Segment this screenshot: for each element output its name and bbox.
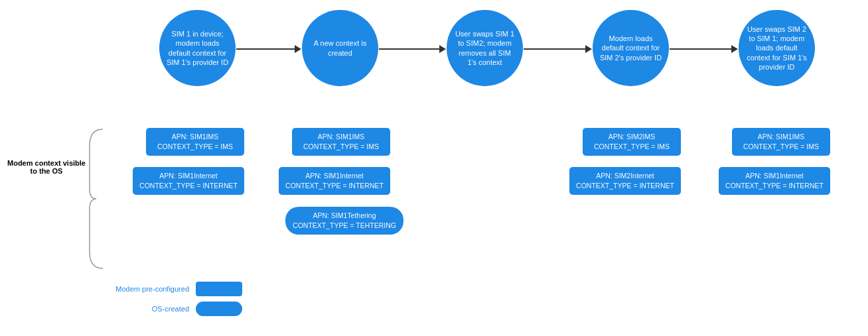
arrow-1 bbox=[236, 45, 301, 53]
ctx-sim1internet-2: APN: SIM1InternetCONTEXT_TYPE = INTERNET bbox=[279, 167, 390, 195]
circle-sim1-device: SIM 1 in device; modem loads default con… bbox=[159, 10, 236, 86]
legend-swatch-preconfigured bbox=[196, 282, 242, 296]
legend-swatch-os-created bbox=[196, 302, 242, 316]
legend-label-os-created: OS-created bbox=[103, 305, 189, 313]
curly-brace bbox=[86, 126, 106, 272]
legend-item-preconfigured: Modem pre-configured bbox=[103, 282, 242, 296]
legend: Modem pre-configured OS-created bbox=[103, 282, 242, 321]
brace-label: Modem context visible to the OS bbox=[3, 159, 90, 175]
ctx-sim1ims-3: APN: SIM1IMSCONTEXT_TYPE = IMS bbox=[732, 128, 830, 156]
ctx-sim1internet-1: APN: SIM1InternetCONTEXT_TYPE = INTERNET bbox=[133, 167, 244, 195]
ctx-sim1tethering: APN: SIM1TetheringCONTEXT_TYPE = TEHTERI… bbox=[285, 207, 403, 235]
ctx-sim1ims-2: APN: SIM1IMSCONTEXT_TYPE = IMS bbox=[292, 128, 390, 156]
circle-swap-sim2: User swaps SIM 1 to SIM2; modem removes … bbox=[447, 10, 523, 86]
ctx-sim2internet: APN: SIM2InternetCONTEXT_TYPE = INTERNET bbox=[569, 167, 681, 195]
arrow-2 bbox=[379, 45, 446, 53]
arrow-3 bbox=[524, 45, 592, 53]
legend-item-os-created: OS-created bbox=[103, 302, 242, 316]
diagram-container: SIM 1 in device; modem loads default con… bbox=[0, 0, 868, 336]
ctx-sim1internet-3: APN: SIM1InternetCONTEXT_TYPE = INTERNET bbox=[719, 167, 830, 195]
ctx-sim1ims-1: APN: SIM1IMSCONTEXT_TYPE = IMS bbox=[146, 128, 244, 156]
circle-new-context: A new context is created bbox=[302, 10, 378, 86]
circle-modem-loads-sim2: Modem loads default context for SIM 2's … bbox=[593, 10, 669, 86]
arrow-4 bbox=[670, 45, 738, 53]
legend-label-preconfigured: Modem pre-configured bbox=[103, 285, 189, 293]
circle-swap-back-sim1: User swaps SIM 2 to SIM 1; modem loads d… bbox=[739, 10, 815, 86]
ctx-sim2ims: APN: SIM2IMSCONTEXT_TYPE = IMS bbox=[583, 128, 681, 156]
